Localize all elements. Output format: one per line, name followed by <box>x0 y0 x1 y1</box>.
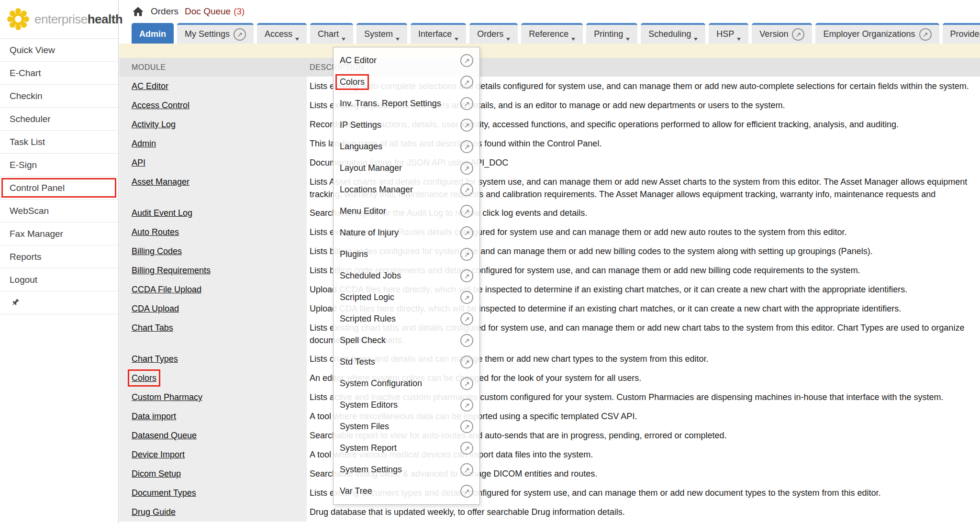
menu-item-inv-trans-report-settings[interactable]: Inv. Trans. Report Settings ↗ <box>334 93 479 114</box>
module-link[interactable]: Access Control <box>132 99 189 111</box>
menu-item-scripted-logic[interactable]: Scripted Logic ↗ <box>334 287 479 308</box>
external-link-icon[interactable]: ↗ <box>460 119 473 132</box>
external-link-icon[interactable]: ↗ <box>460 442 473 455</box>
external-link-icon[interactable]: ↗ <box>460 463 473 476</box>
external-link-icon[interactable]: ↗ <box>460 377 473 390</box>
home-icon[interactable] <box>132 5 145 18</box>
external-link-icon[interactable]: ↗ <box>460 334 473 347</box>
menu-item-system-editors[interactable]: System Editors ↗ <box>334 394 479 416</box>
module-link[interactable]: CCDA File Upload <box>132 283 201 296</box>
menu-item-locations-manager[interactable]: Locations Manager ↗ <box>334 179 479 200</box>
tab-chart[interactable]: Chart ↗ <box>310 23 353 44</box>
external-link-icon[interactable]: ↗ <box>460 226 473 239</box>
menu-item-spell-check[interactable]: Spell Check ↗ <box>334 330 479 351</box>
sidebar-item-checkin[interactable]: Checkin <box>0 85 118 108</box>
external-link-icon[interactable]: ↗ <box>460 399 473 412</box>
module-link[interactable]: CDA Upload <box>132 302 179 315</box>
breadcrumb-current[interactable]: Doc Queue(3) <box>185 6 245 17</box>
module-link[interactable]: Colors <box>132 372 156 384</box>
menu-item-scripted-rules[interactable]: Scripted Rules ↗ <box>334 308 479 330</box>
tab-system[interactable]: System ↗ <box>356 23 407 44</box>
tab-access[interactable]: Access ↗ <box>257 23 307 44</box>
sidebar-item-control-panel[interactable]: Control Panel <box>0 177 118 200</box>
module-link[interactable]: Asset Manager <box>132 176 189 188</box>
module-link[interactable]: Billing Codes <box>132 245 182 257</box>
sidebar-item-webscan[interactable]: WebScan <box>0 200 118 223</box>
sidebar-item-logout[interactable]: Logout <box>0 268 118 291</box>
menu-item-nature-of-injury[interactable]: Nature of Injury ↗ <box>334 222 479 244</box>
menu-item-colors[interactable]: Colors ↗ <box>334 71 479 93</box>
sidebar-item-reports[interactable]: Reports <box>0 245 118 268</box>
tab-scheduling[interactable]: Scheduling ↗ <box>641 23 705 44</box>
external-link-icon[interactable]: ↗ <box>460 140 473 153</box>
external-link-icon[interactable]: ↗ <box>460 54 473 67</box>
tab-employer-organizations[interactable]: Employer Organizations ↗ <box>815 23 939 44</box>
menu-item-system-report[interactable]: System Report ↗ <box>334 437 479 459</box>
tab-provider-management[interactable]: Provider Management ↗ <box>943 23 980 44</box>
external-link-icon[interactable]: ↗ <box>460 356 473 368</box>
module-link[interactable]: Chart Tabs <box>132 322 173 334</box>
external-link-icon[interactable]: ↗ <box>234 28 246 41</box>
module-link[interactable]: Billing Requirements <box>132 264 211 277</box>
menu-item-system-settings[interactable]: System Settings ↗ <box>334 459 479 480</box>
module-cell: Data import <box>119 407 307 426</box>
module-link[interactable]: Admin <box>132 137 156 150</box>
module-link[interactable]: API <box>132 156 145 169</box>
menu-item-menu-editor[interactable]: Menu Editor ↗ <box>334 200 479 222</box>
module-link[interactable]: Custom Pharmacy <box>132 391 202 403</box>
external-link-icon[interactable]: ↗ <box>460 291 473 304</box>
module-link[interactable]: Drug Guide <box>132 506 176 518</box>
menu-item-ip-settings[interactable]: IP Settings ↗ <box>334 114 479 136</box>
external-link-icon[interactable]: ↗ <box>460 97 473 110</box>
menu-item-label: Scripted Logic <box>340 292 394 302</box>
sidebar-item-e-sign[interactable]: E-Sign <box>0 154 118 177</box>
menu-item-system-configuration[interactable]: System Configuration ↗ <box>334 373 479 394</box>
tab-reference[interactable]: Reference ↗ <box>521 23 583 44</box>
menu-item-system-files[interactable]: System Files ↗ <box>334 416 479 437</box>
sidebar-item-fax-manager[interactable]: Fax Manager <box>0 223 118 245</box>
tab-printing[interactable]: Printing ↗ <box>586 23 637 44</box>
external-link-icon[interactable]: ↗ <box>460 420 473 433</box>
external-link-icon[interactable]: ↗ <box>460 248 473 261</box>
menu-item-plugins[interactable]: Plugins ↗ <box>334 244 479 265</box>
external-link-icon[interactable]: ↗ <box>460 312 473 325</box>
module-link[interactable]: Chart Types <box>132 353 178 365</box>
module-link[interactable]: AC Editor <box>132 80 168 92</box>
module-link[interactable]: Dicom Setup <box>132 467 181 480</box>
sidebar-item-task-list[interactable]: Task List <box>0 131 118 154</box>
menu-item-var-tree[interactable]: Var Tree ↗ <box>334 480 479 502</box>
menu-item-layout-manager[interactable]: Layout Manager ↗ <box>334 157 479 179</box>
tab-interface[interactable]: Interface ↗ <box>411 23 466 44</box>
external-link-icon[interactable]: ↗ <box>460 183 473 196</box>
sidebar-item-scheduler[interactable]: Scheduler <box>0 108 118 131</box>
module-link[interactable]: Auto Routes <box>132 226 179 238</box>
external-link-icon[interactable]: ↗ <box>460 485 473 498</box>
menu-item-languages[interactable]: Languages ↗ <box>334 136 479 157</box>
module-link[interactable]: Activity Log <box>132 118 176 131</box>
breadcrumb-item-orders[interactable]: Orders <box>151 6 178 17</box>
tab-hsp[interactable]: HSP ↗ <box>709 23 748 44</box>
external-link-icon[interactable]: ↗ <box>460 76 473 89</box>
menu-item-std-tests[interactable]: Std Tests ↗ <box>334 351 479 373</box>
module-link[interactable]: Audit Event Log <box>132 207 192 219</box>
pin-row[interactable] <box>0 291 118 314</box>
sidebar-item-e-chart[interactable]: E-Chart <box>0 62 118 85</box>
external-link-icon[interactable]: ↗ <box>792 28 804 41</box>
tab-version[interactable]: Version ↗ <box>752 23 812 44</box>
menu-item-scheduled-jobs[interactable]: Scheduled Jobs ↗ <box>334 265 479 287</box>
external-link-icon[interactable]: ↗ <box>460 269 473 282</box>
external-link-icon[interactable]: ↗ <box>460 162 473 175</box>
sidebar-item-label: Scheduler <box>10 114 51 124</box>
menu-item-ac-editor[interactable]: AC Editor ↗ <box>334 50 479 71</box>
menu-item-label: Locations Manager <box>340 185 413 195</box>
external-link-icon[interactable]: ↗ <box>919 28 932 41</box>
tab-orders[interactable]: Orders ↗ <box>469 23 518 44</box>
module-link[interactable]: Document Types <box>132 487 196 499</box>
module-link[interactable]: Device Import <box>132 448 185 461</box>
external-link-icon[interactable]: ↗ <box>460 205 473 218</box>
module-link[interactable]: Datasend Queue <box>132 429 197 442</box>
tab-my-settings[interactable]: My Settings ↗ <box>177 23 254 44</box>
sidebar-item-quick-view[interactable]: Quick View <box>0 39 118 62</box>
tab-admin[interactable]: Admin ↗ <box>132 23 174 44</box>
module-link[interactable]: Data import <box>132 410 176 423</box>
